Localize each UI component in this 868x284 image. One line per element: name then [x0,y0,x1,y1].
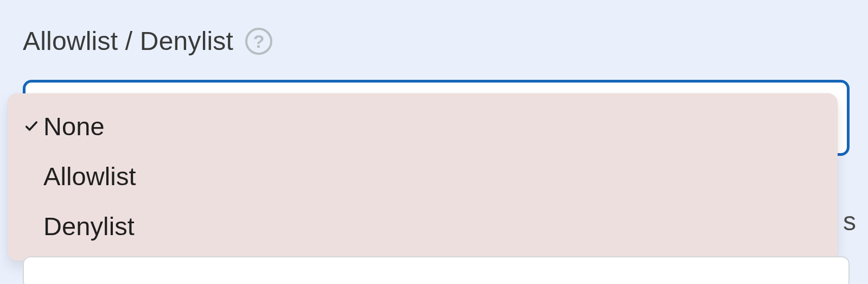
dropdown-option-label: None [43,111,105,141]
next-field-outline[interactable] [23,256,850,284]
dropdown-option-none[interactable]: None [8,101,838,151]
checkmark-icon [24,118,39,134]
field-label-row: Allowlist / Denylist ? [23,26,272,56]
allowlist-denylist-dropdown[interactable]: None Allowlist Denylist [8,93,838,261]
dropdown-option-label: Allowlist [43,161,136,191]
field-label: Allowlist / Denylist [23,26,233,56]
truncated-text: s [843,206,856,236]
dropdown-option-denylist[interactable]: Denylist [8,201,838,251]
dropdown-option-allowlist[interactable]: Allowlist [8,151,838,201]
dropdown-option-label: Denylist [43,211,135,241]
help-icon[interactable]: ? [245,28,272,55]
